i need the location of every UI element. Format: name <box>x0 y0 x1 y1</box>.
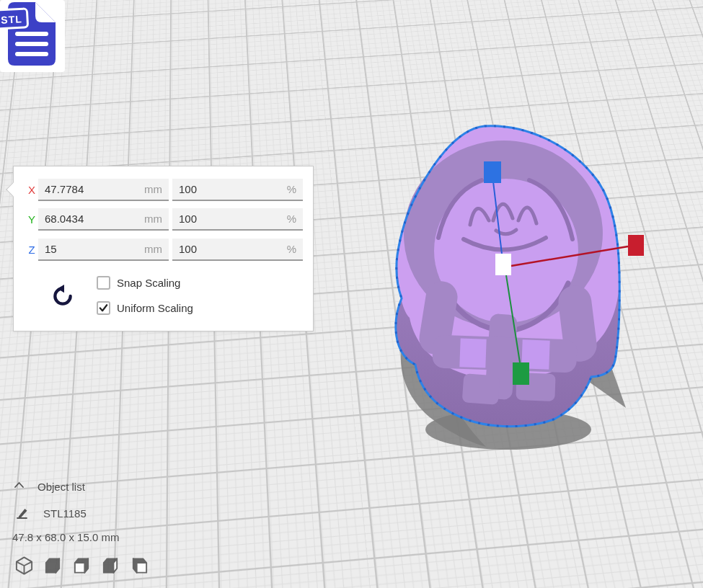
y-mm-unit: mm <box>144 213 162 225</box>
scale-handle-z[interactable] <box>484 161 501 183</box>
scale-handle-y[interactable] <box>513 362 529 385</box>
x-percent-input[interactable] <box>179 183 284 195</box>
y-mm-input[interactable] <box>45 213 141 225</box>
snap-scaling-row: Snap Scaling <box>97 276 180 290</box>
stl-file-icon: STL <box>0 0 66 75</box>
stl-model[interactable] <box>396 126 619 427</box>
uniform-scaling-row: Uniform Scaling <box>97 301 193 315</box>
y-axis-label: Y <box>24 208 40 231</box>
x-mm-input[interactable] <box>45 183 141 195</box>
left-side-view-icon[interactable] <box>101 556 120 575</box>
x-mm-field: mm <box>38 179 169 201</box>
right-side-view-icon[interactable] <box>130 556 149 575</box>
object-list-item-name[interactable]: STL1185 <box>43 507 87 520</box>
y-percent-field: % <box>172 208 303 231</box>
reset-scale-button[interactable] <box>51 285 74 308</box>
x-axis-label: X <box>24 179 40 201</box>
object-list-title[interactable]: Object list <box>37 481 85 493</box>
front-view-icon[interactable] <box>43 556 63 575</box>
document-lines <box>15 32 48 56</box>
y-percent-unit: % <box>287 213 296 225</box>
z-percent-field: % <box>172 239 303 261</box>
scale-handle-center[interactable] <box>495 254 511 275</box>
checkmark-icon <box>98 303 109 313</box>
scale-row-y: Y mm % <box>14 208 313 231</box>
y-percent-input[interactable] <box>179 213 284 225</box>
pencil-icon <box>16 506 29 520</box>
3d-view-icon[interactable] <box>14 556 34 575</box>
scale-row-x: X mm % <box>14 179 313 201</box>
scale-tool-panel: X mm % Y mm % Z mm % <box>13 166 314 331</box>
x-percent-unit: % <box>287 183 296 195</box>
z-percent-unit: % <box>287 243 296 255</box>
top-view-icon[interactable] <box>72 556 92 575</box>
snap-scaling-label: Snap Scaling <box>117 277 180 289</box>
x-mm-unit: mm <box>144 183 162 195</box>
stl-badge: STL <box>0 9 28 29</box>
z-mm-input[interactable] <box>45 243 141 255</box>
y-mm-field: mm <box>38 208 169 231</box>
object-dimensions: 47.8 x 68.0 x 15.0 mm <box>12 531 119 543</box>
chevron-up-icon[interactable] <box>13 480 25 491</box>
snap-scaling-checkbox[interactable] <box>97 276 110 290</box>
scale-handle-x[interactable] <box>628 235 644 256</box>
stl-badge-label: STL <box>1 13 22 26</box>
uniform-scaling-checkbox[interactable] <box>97 301 110 315</box>
scale-row-z: Z mm % <box>14 239 313 261</box>
view-buttons <box>14 556 149 575</box>
z-mm-field: mm <box>38 239 169 261</box>
uniform-scaling-label: Uniform Scaling <box>117 302 193 314</box>
x-percent-field: % <box>172 179 303 201</box>
z-percent-input[interactable] <box>179 243 284 255</box>
z-axis-label: Z <box>24 239 40 261</box>
z-mm-unit: mm <box>144 243 162 255</box>
